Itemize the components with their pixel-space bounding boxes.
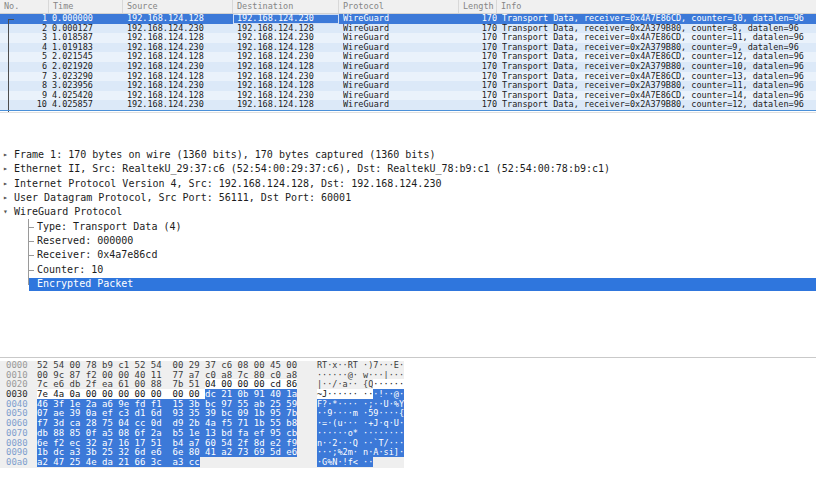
ascii-segment[interactable]: ······ xyxy=(373,379,404,389)
packet-source: 192.168.124.230 xyxy=(127,100,233,110)
packet-length: 170 xyxy=(455,72,497,82)
detail-field-label: Receiver: 0x4a7e86cd xyxy=(37,248,157,262)
packet-row[interactable]: 104.025857192.168.124.230192.168.124.128… xyxy=(0,100,816,110)
packet-info: Transport Data, receiver=0x2A379B80, cou… xyxy=(502,81,816,91)
packet-time: 0.000127 xyxy=(52,24,126,34)
packet-protocol: WireGuard xyxy=(343,91,453,101)
ascii-segment[interactable]: ···;%2m· n·A·si]· xyxy=(317,447,404,457)
packet-row[interactable]: 10.000000192.168.124.128192.168.124.230W… xyxy=(0,14,816,24)
detail-field-label: Counter: 10 xyxy=(37,263,103,277)
expander-icon[interactable]: ▸ xyxy=(3,177,8,191)
packet-info: Transport Data, receiver=0x2A379B80, cou… xyxy=(502,100,816,110)
detail-item-ipv4[interactable]: ▸Internet Protocol Version 4, Src: 192.1… xyxy=(0,177,816,191)
hex-row[interactable]: 00a0a2 47 25 4e da 21 66 3c a3 cc·G%N·!f… xyxy=(0,458,404,468)
ascii-segment[interactable]: ·G%N·!f< ·· xyxy=(317,457,373,467)
packet-source: 192.168.124.230 xyxy=(127,62,233,72)
detail-item-udp[interactable]: ▸User Datagram Protocol, Src Port: 56111… xyxy=(0,191,816,205)
hex-byte-segment[interactable]: 07 ae 39 0a ef c3 d1 6d 93 35 39 bc 09 1… xyxy=(37,408,297,418)
packet-protocol: WireGuard xyxy=(343,43,453,53)
detail-item-label: Internet Protocol Version 4, Src: 192.16… xyxy=(14,177,441,191)
detail-field-wg-counter[interactable]: Counter: 10 xyxy=(0,263,816,277)
packet-length: 170 xyxy=(455,24,497,34)
packet-source: 192.168.124.230 xyxy=(127,24,233,34)
packet-length: 170 xyxy=(455,91,497,101)
detail-item-frame[interactable]: ▸Frame 1: 170 bytes on wire (1360 bits),… xyxy=(0,148,816,162)
detail-item-label: Ethernet II, Src: RealtekU_29:37:c6 (52:… xyxy=(14,162,610,176)
ascii-segment[interactable]: |··/·a·· {Q xyxy=(317,379,373,389)
expander-icon[interactable]: ▸ xyxy=(3,148,8,162)
ascii-segment[interactable]: RT·x··RT ·)7···E· xyxy=(317,360,404,370)
ascii-segment[interactable]: ··9····m ·59····{ xyxy=(317,408,404,418)
packet-row[interactable]: 83.023956192.168.124.230192.168.124.128W… xyxy=(0,81,816,91)
ascii-segment[interactable]: ······o* ········ xyxy=(317,428,404,438)
packet-length: 170 xyxy=(455,43,497,53)
ascii-segment[interactable]: ·=·(u··· ·+J·q·U· xyxy=(317,418,404,428)
hex-byte-segment[interactable]: 04 00 00 00 cd 86 xyxy=(205,379,297,389)
packet-list-rows: 10.000000192.168.124.128192.168.124.230W… xyxy=(0,14,816,110)
column-header-source[interactable]: Source xyxy=(123,0,233,13)
hex-byte-segment[interactable]: 00 9c 87 f2 00 00 40 11 77 a7 c0 a8 7c 8… xyxy=(37,370,297,380)
ascii-segment[interactable]: ~J······ ·· xyxy=(317,389,373,399)
packet-row[interactable]: 62.021920192.168.124.230192.168.124.128W… xyxy=(0,62,816,72)
packet-length: 170 xyxy=(455,81,497,91)
expander-icon[interactable]: ▸ xyxy=(3,162,8,176)
packet-row[interactable]: 41.019183192.168.124.230192.168.124.128W… xyxy=(0,43,816,53)
current-cell-outline xyxy=(233,14,339,24)
column-header-time[interactable]: Time xyxy=(49,0,123,13)
packet-source: 192.168.124.128 xyxy=(127,52,233,62)
hex-byte-segment[interactable]: a2 47 25 4e da 21 66 3c a3 cc xyxy=(37,457,200,467)
hex-byte-segment[interactable]: 7c e6 db 2f ea 61 00 88 7b 51 xyxy=(37,379,205,389)
hex-byte-segment[interactable]: 7e 4a 0a 00 00 00 00 00 00 00 xyxy=(37,389,205,399)
hex-byte-segment[interactable]: 46 3f 1e 2a a6 9e fd f1 15 3b bc 97 55 a… xyxy=(37,399,297,409)
ascii-segment[interactable]: F?·*···· ·;··U·%Y xyxy=(317,399,404,409)
packet-destination: 192.168.124.230 xyxy=(237,52,339,62)
packet-row[interactable]: 31.018587192.168.124.128192.168.124.230W… xyxy=(0,33,816,43)
hex-byte-segment[interactable]: f7 3d ca 28 75 04 cc 0d d9 2b 4a f5 71 1… xyxy=(37,418,297,428)
detail-item-wireguard[interactable]: ▾WireGuard Protocol xyxy=(0,205,816,219)
packet-row[interactable]: 94.025420192.168.124.128192.168.124.230W… xyxy=(0,91,816,101)
column-header-protocol[interactable]: Protocol xyxy=(339,0,459,13)
packet-list-bottom-border xyxy=(0,110,816,111)
column-header-info[interactable]: Info xyxy=(497,0,816,13)
packet-row[interactable]: 20.000127192.168.124.230192.168.124.128W… xyxy=(0,24,816,34)
hex-byte-segment[interactable]: 52 54 00 78 b9 c1 52 54 00 29 37 c6 08 0… xyxy=(37,360,297,370)
ascii-segment[interactable]: n··2···Q ··`T/··· xyxy=(317,438,404,448)
packet-destination: 192.168.124.128 xyxy=(237,100,339,110)
packet-time: 1.019183 xyxy=(52,43,126,53)
expander-icon[interactable]: ▾ xyxy=(3,205,8,219)
packet-source: 192.168.124.128 xyxy=(127,33,233,43)
detail-field-wg-encrypted-packet[interactable]: Encrypted Packet xyxy=(0,277,816,291)
packet-destination: 192.168.124.230 xyxy=(237,33,339,43)
expander-icon[interactable]: ▸ xyxy=(3,191,8,205)
detail-item-ethernet[interactable]: ▸Ethernet II, Src: RealtekU_29:37:c6 (52… xyxy=(0,162,816,176)
packet-length: 170 xyxy=(455,100,497,110)
packet-row[interactable]: 52.021545192.168.124.128192.168.124.230W… xyxy=(0,52,816,62)
detail-field-wg-receiver[interactable]: Receiver: 0x4a7e86cd xyxy=(0,248,816,262)
hex-byte-segment[interactable]: db 88 85 0f a5 08 6f 2a b5 1e 13 bd fa e… xyxy=(37,428,297,438)
packet-info: Transport Data, receiver=0x4A7E86CD, cou… xyxy=(502,91,816,101)
detail-field-wg-reserved[interactable]: Reserved: 000000 xyxy=(0,234,816,248)
hex-byte-segment[interactable]: dc 21 0b 91 40 1a xyxy=(205,389,297,399)
packet-time: 1.018587 xyxy=(52,33,126,43)
hex-bytes: a2 47 25 4e da 21 66 3c a3 cc xyxy=(37,458,200,468)
packet-info: Transport Data, receiver=0x4A7E86CD, cou… xyxy=(502,72,816,82)
column-header-destination[interactable]: Destination xyxy=(233,0,339,13)
packet-source: 192.168.124.128 xyxy=(127,14,233,24)
column-header-no[interactable]: No. xyxy=(0,0,49,13)
wireshark-window: No. Time Source Destination Protocol Len… xyxy=(0,0,816,479)
column-header-length[interactable]: Length xyxy=(459,0,497,13)
hex-byte-segment[interactable]: 6e f2 ec 32 a7 16 17 51 b4 a7 60 54 2f 8… xyxy=(37,438,297,448)
packet-source: 192.168.124.128 xyxy=(127,72,233,82)
hex-byte-segment[interactable]: 1b dc a3 3b 25 32 6d e6 6e 80 41 a2 73 6… xyxy=(37,447,297,457)
packet-list-header: No. Time Source Destination Protocol Len… xyxy=(0,0,816,14)
packet-time: 2.021545 xyxy=(52,52,126,62)
hex-ascii: ·G%N·!f< ·· xyxy=(317,458,373,468)
ascii-segment[interactable]: ·!··@· xyxy=(373,389,404,399)
packet-source: 192.168.124.128 xyxy=(127,91,233,101)
ascii-segment[interactable]: ······@· w···|··· xyxy=(317,370,404,380)
detail-item-label: User Datagram Protocol, Src Port: 56111,… xyxy=(14,191,351,205)
detail-field-wg-type[interactable]: Type: Transport Data (4) xyxy=(0,220,816,234)
hex-offset: 00a0 xyxy=(6,458,28,468)
packet-row[interactable]: 73.023290192.168.124.128192.168.124.230W… xyxy=(0,72,816,82)
packet-protocol: WireGuard xyxy=(343,33,453,43)
